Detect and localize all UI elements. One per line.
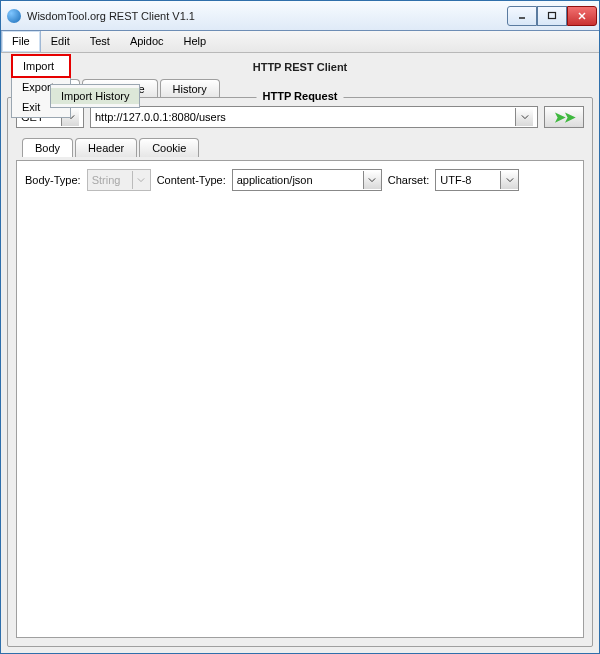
maximize-button[interactable]: [537, 6, 567, 26]
tab-cookie[interactable]: Cookie: [139, 138, 199, 157]
titlebar: WisdomTool.org REST Client V1.1: [1, 1, 599, 31]
menu-help[interactable]: Help: [174, 31, 217, 52]
tab-body[interactable]: Body: [22, 138, 73, 157]
content-type-value: application/json: [233, 174, 359, 186]
chevron-down-icon: [363, 171, 381, 189]
menu-test[interactable]: Test: [80, 31, 120, 52]
minimize-button[interactable]: [507, 6, 537, 26]
app-icon: [7, 9, 21, 23]
body-type-label: Body-Type:: [25, 174, 81, 186]
chevron-down-icon: [515, 108, 533, 126]
tab-history[interactable]: History: [160, 79, 220, 98]
tab-header[interactable]: Header: [75, 138, 137, 157]
import-submenu: Import History: [50, 84, 140, 108]
menubar: File Edit Test Apidoc Help: [1, 31, 599, 53]
svg-rect-1: [549, 12, 556, 18]
body-type-value: String: [88, 174, 128, 186]
menu-item-import[interactable]: Import: [11, 54, 71, 78]
body-tabs: Body Header Cookie: [16, 138, 584, 157]
http-request-legend: HTTP Request: [257, 90, 344, 102]
menu-apidoc[interactable]: Apidoc: [120, 31, 174, 52]
chevron-down-icon: [500, 171, 518, 189]
charset-label: Charset:: [388, 174, 430, 186]
body-panel: Body-Type: String Content-Type: applicat…: [16, 160, 584, 638]
menu-file[interactable]: File: [1, 31, 41, 52]
url-input[interactable]: http://127.0.0.1:8080/users: [90, 106, 538, 128]
close-button[interactable]: [567, 6, 597, 26]
body-type-select: String: [87, 169, 151, 191]
content-type-select[interactable]: application/json: [232, 169, 382, 191]
charset-value: UTF-8: [436, 174, 496, 186]
url-value: http://127.0.0.1:8080/users: [95, 111, 511, 123]
content-type-label: Content-Type:: [157, 174, 226, 186]
menu-edit[interactable]: Edit: [41, 31, 80, 52]
charset-select[interactable]: UTF-8: [435, 169, 519, 191]
app-title: HTTP REST Client: [7, 59, 593, 79]
go-icon: ➤➤: [554, 109, 574, 125]
menu-item-import-history[interactable]: Import History: [51, 88, 139, 104]
send-button[interactable]: ➤➤: [544, 106, 584, 128]
chevron-down-icon: [132, 171, 150, 189]
window-title: WisdomTool.org REST Client V1.1: [27, 10, 501, 22]
